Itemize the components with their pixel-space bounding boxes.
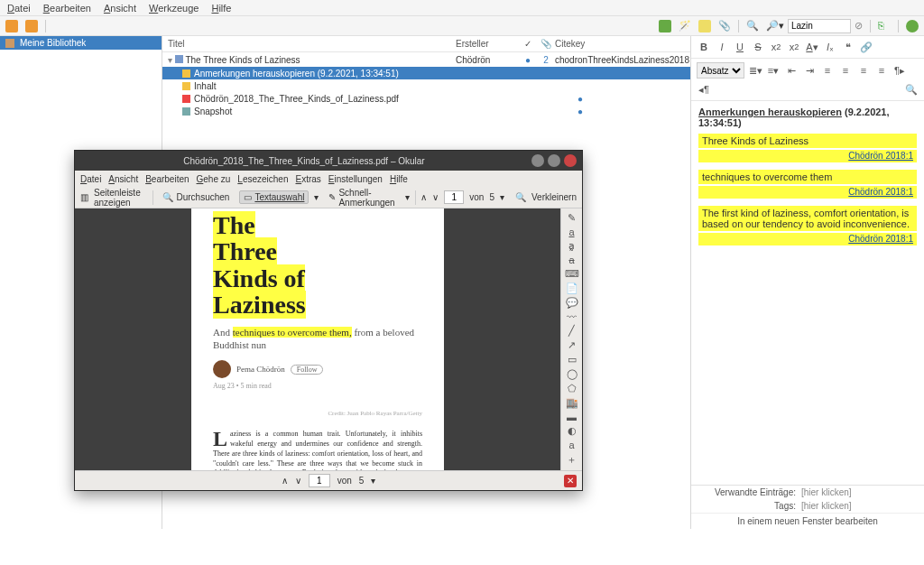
- note-body[interactable]: Anmerkungen herauskopieren (9.2.2021, 13…: [691, 101, 924, 485]
- my-library[interactable]: Meine Bibliothek: [0, 36, 162, 50]
- align-just-button[interactable]: ≡: [874, 63, 889, 78]
- find-button[interactable]: 🔍: [904, 82, 919, 97]
- menu-file[interactable]: Datei: [7, 3, 31, 14]
- text-strike-icon[interactable]: a: [565, 255, 579, 265]
- sidebar-toggle-icon[interactable]: ▥: [80, 192, 88, 202]
- col-title[interactable]: Titel: [162, 39, 456, 49]
- highlighter-icon[interactable]: ✎: [565, 212, 579, 224]
- attach-icon[interactable]: 📎: [718, 20, 731, 32]
- ok-menu-file[interactable]: Datei: [80, 174, 101, 184]
- color-picker-icon[interactable]: ▬: [565, 412, 579, 422]
- prev-page-icon[interactable]: ∧: [420, 192, 427, 202]
- sidebar-toggle-label[interactable]: Seitenleiste anzeigen: [94, 188, 147, 208]
- search-button[interactable]: 🔍 Durchsuchen: [158, 190, 234, 204]
- new-note-icon[interactable]: [698, 20, 711, 32]
- col-cite[interactable]: Citekey: [555, 39, 690, 49]
- related-click[interactable]: [hier klicken]: [801, 487, 852, 497]
- footer-close-icon[interactable]: ✕: [564, 475, 577, 487]
- menu-help[interactable]: Hilfe: [211, 3, 231, 14]
- rtl-button[interactable]: ◂¶: [697, 82, 711, 97]
- stamp-icon[interactable]: 🏬: [565, 397, 579, 409]
- sync-icon[interactable]: [906, 20, 919, 32]
- align-left-button[interactable]: ≡: [820, 63, 835, 78]
- sub-button[interactable]: x2: [769, 40, 783, 54]
- clear-format-button[interactable]: Iₓ: [823, 40, 837, 54]
- page-viewport[interactable]: The Three Kinds of Laziness And techniqu…: [75, 208, 560, 470]
- col-notes[interactable]: 📎: [537, 39, 555, 49]
- link-button[interactable]: 🔗: [859, 40, 873, 54]
- ok-menu-help[interactable]: Hilfe: [390, 174, 408, 184]
- sup-button[interactable]: x2: [787, 40, 801, 54]
- text-underline-icon[interactable]: a: [565, 227, 579, 237]
- quick-annot-dropdown[interactable]: ▾: [405, 192, 410, 202]
- quick-annot-button[interactable]: ✎ Schnell-Anmerkungen: [324, 186, 399, 209]
- line-icon[interactable]: ╱: [565, 325, 579, 337]
- freehand-icon[interactable]: 〰: [565, 311, 579, 322]
- menu-view[interactable]: Ansicht: [104, 3, 136, 14]
- add-bookmark-icon[interactable]: ＋: [565, 453, 579, 467]
- footer-page-input[interactable]: [309, 474, 330, 487]
- align-center-button[interactable]: ≡: [838, 63, 853, 78]
- textsel-button[interactable]: ▭ Textauswahl: [239, 190, 309, 204]
- zoom-out-icon[interactable]: 🔍: [515, 192, 526, 202]
- locate-icon[interactable]: ⎘: [878, 20, 891, 32]
- advanced-search-icon[interactable]: 🔍: [746, 20, 759, 32]
- wand-icon[interactable]: 🪄: [679, 20, 691, 32]
- page-dropdown-icon[interactable]: ▾: [500, 192, 504, 202]
- color-button[interactable]: A▾: [805, 40, 819, 54]
- close-icon[interactable]: [564, 154, 577, 167]
- cite-link-3[interactable]: Chödrön 2018:1: [698, 233, 917, 245]
- new-collection-icon[interactable]: [5, 20, 18, 32]
- min-icon[interactable]: [531, 154, 544, 167]
- ok-menu-edit[interactable]: Bearbeiten: [145, 174, 189, 184]
- polygon-icon[interactable]: ⬠: [565, 383, 579, 394]
- child-inhalt-note[interactable]: Inhalt: [162, 79, 690, 92]
- follow-button[interactable]: Follow: [291, 365, 324, 375]
- ok-menu-goto[interactable]: Gehe zu: [197, 174, 231, 184]
- indent-button[interactable]: ⇥: [802, 63, 817, 78]
- popup-note-icon[interactable]: 💬: [565, 297, 579, 309]
- ltr-button[interactable]: ¶▸: [892, 63, 907, 78]
- col-attach[interactable]: ✓: [519, 39, 537, 49]
- typewriter-icon[interactable]: ⌨: [565, 268, 579, 280]
- quote-button[interactable]: ❝: [841, 40, 855, 54]
- ul-button[interactable]: ≣▾: [748, 63, 762, 78]
- footer-dropdown-icon[interactable]: ▾: [371, 476, 375, 486]
- clear-search-icon[interactable]: ⊘: [855, 20, 863, 32]
- child-snapshot[interactable]: Snapshot ●: [162, 105, 690, 117]
- font-icon[interactable]: a: [565, 440, 579, 450]
- next-page-footer-icon[interactable]: ∨: [295, 476, 301, 486]
- new-item-icon[interactable]: [659, 20, 671, 32]
- ok-menu-settings[interactable]: Einstellungen: [328, 174, 383, 184]
- max-icon[interactable]: [548, 154, 560, 167]
- underline-button[interactable]: U: [733, 40, 747, 54]
- arrow-icon[interactable]: ↗: [565, 339, 579, 351]
- item-row[interactable]: ▾ The Three Kinds of Laziness Chödrön ● …: [162, 52, 690, 67]
- cite-link-1[interactable]: Chödrön 2018:1: [698, 150, 917, 162]
- edit-new-window[interactable]: In einem neuen Fenster bearbeiten: [691, 513, 924, 529]
- next-page-icon[interactable]: ∨: [432, 192, 439, 202]
- col-creator[interactable]: Ersteller: [456, 39, 519, 49]
- strike-button[interactable]: S: [751, 40, 765, 54]
- textsel-dropdown[interactable]: ▾: [314, 192, 319, 202]
- ok-menu-extras[interactable]: Extras: [296, 174, 321, 184]
- okular-titlebar[interactable]: Chödrön_2018_The_Three_Kinds_of_Laziness…: [75, 151, 582, 171]
- child-pdf[interactable]: Chödrön_2018_The_Three_Kinds_of_Laziness…: [162, 92, 690, 105]
- rect-icon[interactable]: ▭: [565, 354, 579, 366]
- outdent-button[interactable]: ⇤: [784, 63, 799, 78]
- bold-button[interactable]: B: [697, 40, 711, 54]
- para-style-select[interactable]: Absatz: [697, 62, 744, 79]
- align-right-button[interactable]: ≡: [856, 63, 871, 78]
- italic-button[interactable]: I: [715, 40, 729, 54]
- opacity-icon[interactable]: ◐: [565, 425, 579, 437]
- cite-link-2[interactable]: Chödrön 2018:1: [698, 186, 917, 199]
- child-annotations-note[interactable]: Anmerkungen herauskopieren (9.2.2021, 13…: [162, 67, 690, 79]
- page-input[interactable]: [444, 190, 464, 204]
- ok-menu-bookmarks[interactable]: Lesezeichen: [237, 174, 288, 184]
- ok-menu-view[interactable]: Ansicht: [108, 174, 138, 184]
- ellipse-icon[interactable]: ◯: [565, 368, 579, 380]
- menu-tools[interactable]: Werkzeuge: [149, 3, 199, 14]
- prev-page-footer-icon[interactable]: ∧: [282, 476, 288, 486]
- quick-search-input[interactable]: [788, 19, 851, 33]
- ol-button[interactable]: ≡▾: [766, 63, 781, 78]
